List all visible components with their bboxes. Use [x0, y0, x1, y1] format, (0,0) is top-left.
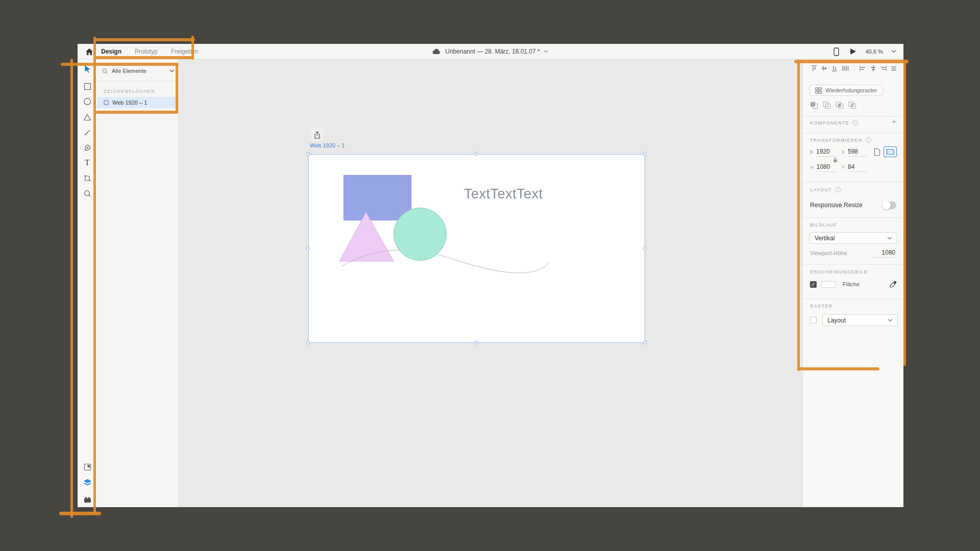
y-field: Y 84 — [842, 163, 867, 172]
align-toolbar — [810, 64, 898, 73]
plugins-icon[interactable] — [82, 494, 92, 505]
element-filter[interactable]: Alle Elemente — [102, 65, 175, 77]
search-icon — [102, 68, 108, 74]
selection-handle[interactable] — [306, 152, 310, 156]
app-window: Design Prototyp Freigeben Unbenannt — 28… — [78, 44, 903, 507]
pen-tool-icon[interactable] — [82, 142, 92, 153]
rectangle-tool-icon[interactable] — [82, 81, 92, 91]
fill-color-swatch[interactable] — [821, 281, 836, 288]
align-middle-vertical-icon[interactable] — [820, 64, 828, 73]
tab-freigeben[interactable]: Freigeben — [171, 48, 199, 55]
viewport-height-input[interactable]: 1080 — [871, 249, 895, 258]
grid-checkbox[interactable] — [810, 317, 817, 323]
zoom-chevron-icon[interactable] — [891, 50, 896, 53]
x-input[interactable]: 598 — [848, 148, 867, 157]
repeat-grid-button[interactable]: Wiederholungsraster — [810, 85, 883, 96]
distribute-horizontal-icon[interactable] — [890, 64, 898, 73]
share-export-button[interactable] — [311, 129, 324, 141]
selection-handle[interactable] — [306, 341, 310, 344]
selection-handle[interactable] — [475, 152, 478, 156]
grid-type-dropdown[interactable]: Layout — [822, 314, 898, 326]
device-preview-icon[interactable] — [832, 47, 841, 56]
selection-handle[interactable] — [306, 246, 310, 250]
responsive-resize-toggle[interactable] — [882, 202, 896, 209]
height-input[interactable]: 1080 — [817, 163, 836, 172]
ellipse-tool-icon[interactable] — [82, 96, 92, 107]
selection-handle[interactable] — [475, 341, 478, 344]
scroll-section-label: BILDLAUF — [810, 222, 837, 228]
orientation-portrait-icon[interactable] — [872, 147, 882, 157]
design-canvas[interactable]: Web 1920 – 1 TextTextText — [179, 59, 802, 507]
text-element[interactable]: TextTextText — [464, 186, 543, 202]
zoom-level[interactable]: 40,6 % — [866, 48, 883, 55]
info-icon[interactable]: i — [866, 137, 871, 143]
distribute-vertical-icon[interactable] — [841, 64, 849, 73]
divider — [97, 81, 178, 81]
annotation-left-bottom-cross — [59, 512, 101, 515]
width-input[interactable]: 1920 — [816, 148, 836, 157]
layout-section: LAYOUT i — [810, 187, 841, 192]
annotation-right-panel-right — [903, 62, 906, 366]
align-left-icon[interactable] — [859, 64, 866, 73]
orientation-landscape-icon[interactable] — [884, 146, 897, 157]
boolean-add-icon[interactable] — [810, 101, 818, 110]
boolean-ops-toolbar — [810, 101, 856, 110]
align-center-horizontal-icon[interactable] — [869, 64, 877, 73]
component-section: KOMPONENTE i — [810, 120, 858, 126]
transform-section-label: TRANSFORMIEREN — [810, 138, 863, 143]
selection-handle[interactable] — [643, 341, 647, 344]
appearance-section-label: ERSCHEINUNGSBILD — [810, 269, 868, 274]
mode-tabs: Design Prototyp Freigeben — [101, 44, 199, 59]
align-bottom-icon[interactable] — [831, 64, 839, 73]
artboard-item-icon — [104, 100, 109, 105]
repeat-grid-label: Wiederholungsraster — [825, 87, 877, 93]
width-field: B 1920 — [810, 148, 836, 157]
transform-section: TRANSFORMIEREN i — [810, 137, 871, 143]
fill-checkbox[interactable]: ✓ — [810, 281, 817, 288]
info-icon[interactable]: i — [852, 120, 858, 126]
align-top-icon[interactable] — [810, 64, 818, 73]
artboard[interactable]: TextTextText — [308, 154, 645, 343]
eyedropper-icon[interactable] — [889, 280, 897, 288]
zoom-tool-icon[interactable] — [82, 188, 92, 198]
selection-handle[interactable] — [643, 246, 647, 250]
tab-prototyp[interactable]: Prototyp — [135, 48, 158, 55]
artboards-section-title: ZEICHENFLÄCHEN — [104, 89, 155, 94]
divider — [803, 264, 903, 265]
home-button[interactable] — [84, 47, 95, 56]
circle-shape[interactable] — [394, 208, 447, 261]
line-tool-icon[interactable] — [82, 128, 92, 138]
scroll-direction-dropdown[interactable]: Vertikal — [810, 232, 897, 244]
fill-label: Fläche — [843, 281, 860, 287]
lock-aspect-icon[interactable] — [833, 157, 838, 163]
dropdown-chevron-icon — [888, 319, 893, 322]
play-icon[interactable] — [849, 47, 857, 56]
add-component-button[interactable]: + — [892, 117, 896, 126]
dropdown-chevron-icon — [887, 237, 892, 240]
selection-handle[interactable] — [643, 152, 647, 156]
x-field: X 598 — [842, 148, 867, 157]
component-section-label: KOMPONENTE — [810, 120, 849, 126]
artboard-canvas-label[interactable]: Web 1920 – 1 — [310, 142, 345, 148]
artboard-tool-icon[interactable] — [82, 173, 92, 183]
element-filter-value: Alle Elemente — [112, 68, 165, 74]
layers-icon[interactable] — [82, 477, 92, 487]
boolean-exclude-icon[interactable] — [848, 101, 856, 110]
select-tool-icon[interactable] — [82, 64, 92, 74]
assets-icon[interactable] — [82, 462, 92, 472]
share-icon — [314, 131, 321, 139]
artboard-list-item[interactable]: Web 1920 – 1 — [97, 97, 178, 108]
polygon-tool-icon[interactable] — [82, 112, 92, 122]
tab-design[interactable]: Design — [101, 48, 121, 55]
layout-section-label: LAYOUT — [810, 187, 832, 192]
y-input[interactable]: 84 — [848, 163, 867, 172]
boolean-intersect-icon[interactable] — [835, 101, 844, 110]
y-field-label: Y — [842, 165, 845, 170]
text-tool-icon[interactable]: T — [82, 158, 92, 168]
document-title-group[interactable]: Unbenannt — 28. März, 16.01.07 * — [432, 44, 548, 59]
info-icon[interactable]: i — [835, 187, 841, 192]
cloud-icon — [432, 48, 441, 55]
boolean-subtract-icon[interactable] — [822, 101, 831, 110]
tool-rail: T — [78, 59, 97, 507]
align-right-icon[interactable] — [879, 64, 887, 73]
